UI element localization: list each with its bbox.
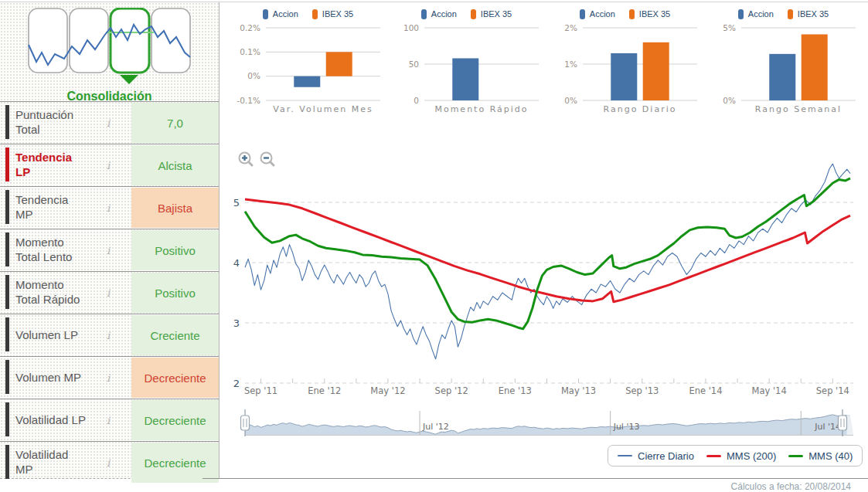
legend-label: IBEX 35 [639,9,670,19]
legend-label: Accion [431,9,457,19]
svg-text:0.1%: 0.1% [240,47,260,56]
table-row: Tendencia LPiAlcista [0,144,219,186]
legend-item[interactable]: Accion [421,9,457,19]
price-chart[interactable]: 5432Sep '11Ene '12May '12Sep '12Ene '13M… [220,127,868,445]
mini-chart: AccionIBEX 355%0%Rango Semanal [704,6,863,130]
svg-text:Sep '12: Sep '12 [435,385,468,396]
series-MMS (200) [245,199,850,302]
indicator-label: Momento Total Lento [15,236,89,265]
legend-label: Cierre Diario [638,450,694,462]
legend-line-icon [706,455,721,457]
legend-item[interactable]: Accion [263,9,298,19]
mini-chart-plot: 0.2%0.1%0%-0.1%Var. Volumen Mes [229,22,387,116]
svg-text:0.2%: 0.2% [240,23,260,32]
table-row: Momento Total RápidoiPositivo [0,271,219,314]
indicator-value: Decreciente [131,400,219,440]
mini-chart-legend: AccionIBEX 35 [546,6,704,22]
mini-chart-legend: AccionIBEX 35 [387,6,546,22]
svg-text:Ene '14: Ene '14 [689,385,722,396]
row-accent-bar [5,148,9,182]
svg-text:2: 2 [233,378,240,389]
legend-item[interactable]: IBEX 35 [629,9,670,19]
legend-label: IBEX 35 [322,9,353,19]
svg-text:5: 5 [233,197,240,209]
indicator-value: Decreciente [131,443,219,483]
legend-item[interactable]: IBEX 35 [471,9,512,19]
legend-item[interactable]: MMS (40) [788,450,853,462]
chart-legend: Cierre DiarioMMS (200)MMS (40) [608,445,863,467]
indicator-value: Decreciente [131,358,219,398]
legend-label: Accion [590,9,615,19]
legend-marker-icon [629,9,635,19]
indicator-value: Alcista [131,145,219,185]
indicator-label: Puntuación Total [15,108,89,137]
svg-text:Jul '13: Jul '13 [613,422,640,432]
bar-Accion [769,54,795,100]
svg-text:Var. Volumen Mes: Var. Volumen Mes [273,104,373,114]
svg-text:Sep '11: Sep '11 [244,385,277,396]
indicator-sidebar: Consolidación Puntuación Totali7,0Tenden… [0,2,220,479]
info-icon[interactable]: i [107,330,110,341]
table-row: Puntuación Totali7,0 [0,101,219,144]
row-accent-bar [5,232,9,266]
consolidation-pattern-icon [28,8,192,86]
info-icon[interactable]: i [107,245,110,256]
bar-Accion [611,53,637,100]
legend-item[interactable]: IBEX 35 [788,9,829,19]
info-icon[interactable]: i [107,160,110,171]
legend-marker-icon [788,9,793,19]
svg-text:Ene '12: Ene '12 [308,385,341,396]
series-Cierre Diario [245,164,850,359]
table-row: Tendencia MPiBajista [0,186,219,229]
indicator-label: Volatilidad LP [15,413,89,428]
svg-text:May '13: May '13 [561,385,596,396]
legend-label: MMS (40) [808,450,853,462]
legend-item[interactable]: IBEX 35 [312,9,353,19]
legend-label: MMS (200) [727,450,776,462]
svg-text:5%: 5% [723,23,736,32]
svg-text:-0.1%: -0.1% [237,96,260,105]
info-icon[interactable]: i [107,117,110,129]
bar-IBEX 35 [802,34,828,100]
svg-text:0%: 0% [564,96,577,105]
calculation-date-note: Cálculos a fecha: 20/08/2014 [731,481,851,492]
legend-item[interactable]: Accion [738,9,774,19]
legend-label: IBEX 35 [481,9,512,19]
legend-label: IBEX 35 [798,9,829,19]
bar-IBEX 35 [643,42,669,100]
info-icon[interactable]: i [107,372,110,384]
mini-charts: AccionIBEX 350.2%0.1%0%-0.1%Var. Volumen… [229,6,863,130]
svg-text:Ene '13: Ene '13 [499,385,532,396]
mini-chart-plot: 100500Momento Rápido [387,22,546,116]
legend-item[interactable]: MMS (200) [706,450,776,462]
legend-line-icon [618,455,632,456]
legend-marker-icon [312,9,318,19]
legend-item[interactable]: Accion [580,9,615,19]
legend-marker-icon [580,9,585,19]
indicator-value: Positivo [131,230,219,270]
navigator-area[interactable] [245,415,853,435]
legend-label: Accion [273,9,298,19]
bar-IBEX 35 [326,52,352,76]
svg-text:Jul '14: Jul '14 [814,422,841,432]
svg-text:2%: 2% [564,23,577,32]
info-icon[interactable]: i [107,202,110,214]
stock-analysis-dashboard: Consolidación Puntuación Totali7,0Tenden… [0,0,868,492]
mini-chart: AccionIBEX 350.2%0.1%0%-0.1%Var. Volumen… [229,6,387,130]
svg-text:Jul '12: Jul '12 [422,422,449,432]
legend-marker-icon [471,9,476,19]
legend-marker-icon [263,9,268,19]
info-icon[interactable]: i [107,415,110,426]
svg-text:4: 4 [233,257,240,269]
indicator-label: Volatilidad MP [15,448,89,477]
bar-Accion [452,58,478,100]
indicator-value: Positivo [131,273,219,313]
info-icon[interactable]: i [107,287,110,299]
mini-chart-plot: 5%0%Rango Semanal [704,22,863,116]
info-icon[interactable]: i [107,457,110,469]
legend-item[interactable]: Cierre Diario [618,450,694,462]
series-MMS (40) [245,178,850,329]
svg-text:0%: 0% [247,71,260,80]
mini-chart: AccionIBEX 352%1%0%Rango Diario [546,6,704,130]
bar-Accion [294,76,320,87]
